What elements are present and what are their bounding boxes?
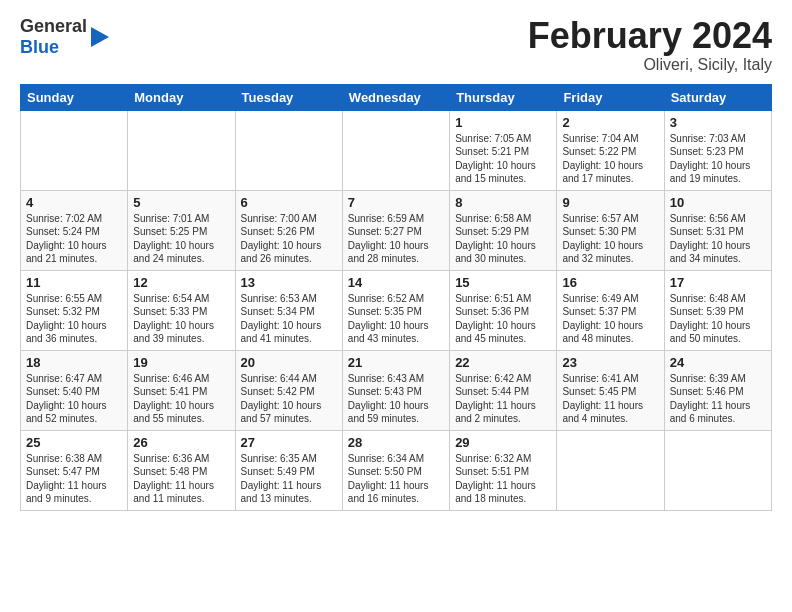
svg-marker-0 — [91, 27, 109, 47]
calendar-cell-w1-d5: 1Sunrise: 7:05 AMSunset: 5:21 PMDaylight… — [450, 110, 557, 190]
calendar-cell-w3-d7: 17Sunrise: 6:48 AMSunset: 5:39 PMDayligh… — [664, 270, 771, 350]
calendar-week-1: 1Sunrise: 7:05 AMSunset: 5:21 PMDaylight… — [21, 110, 772, 190]
day-number-w1-d5: 1 — [455, 115, 551, 130]
day-content-w2-d5: Sunrise: 6:58 AMSunset: 5:29 PMDaylight:… — [455, 212, 551, 266]
calendar-week-2: 4Sunrise: 7:02 AMSunset: 5:24 PMDaylight… — [21, 190, 772, 270]
day-number-w4-d3: 20 — [241, 355, 337, 370]
day-number-w3-d3: 13 — [241, 275, 337, 290]
calendar-cell-w4-d7: 24Sunrise: 6:39 AMSunset: 5:46 PMDayligh… — [664, 350, 771, 430]
day-number-w4-d5: 22 — [455, 355, 551, 370]
day-content-w3-d1: Sunrise: 6:55 AMSunset: 5:32 PMDaylight:… — [26, 292, 122, 346]
day-number-w2-d7: 10 — [670, 195, 766, 210]
day-content-w4-d4: Sunrise: 6:43 AMSunset: 5:43 PMDaylight:… — [348, 372, 444, 426]
calendar-cell-w4-d6: 23Sunrise: 6:41 AMSunset: 5:45 PMDayligh… — [557, 350, 664, 430]
calendar-week-3: 11Sunrise: 6:55 AMSunset: 5:32 PMDayligh… — [21, 270, 772, 350]
calendar-cell-w5-d2: 26Sunrise: 6:36 AMSunset: 5:48 PMDayligh… — [128, 430, 235, 510]
calendar-cell-w1-d6: 2Sunrise: 7:04 AMSunset: 5:22 PMDaylight… — [557, 110, 664, 190]
col-friday: Friday — [557, 84, 664, 110]
day-content-w4-d2: Sunrise: 6:46 AMSunset: 5:41 PMDaylight:… — [133, 372, 229, 426]
day-content-w2-d2: Sunrise: 7:01 AMSunset: 5:25 PMDaylight:… — [133, 212, 229, 266]
calendar-cell-w4-d4: 21Sunrise: 6:43 AMSunset: 5:43 PMDayligh… — [342, 350, 449, 430]
day-number-w5-d5: 29 — [455, 435, 551, 450]
day-number-w3-d1: 11 — [26, 275, 122, 290]
calendar-cell-w3-d3: 13Sunrise: 6:53 AMSunset: 5:34 PMDayligh… — [235, 270, 342, 350]
month-title: February 2024 — [528, 16, 772, 56]
day-number-w4-d7: 24 — [670, 355, 766, 370]
day-content-w4-d1: Sunrise: 6:47 AMSunset: 5:40 PMDaylight:… — [26, 372, 122, 426]
day-number-w3-d4: 14 — [348, 275, 444, 290]
calendar-cell-w4-d2: 19Sunrise: 6:46 AMSunset: 5:41 PMDayligh… — [128, 350, 235, 430]
day-content-w2-d7: Sunrise: 6:56 AMSunset: 5:31 PMDaylight:… — [670, 212, 766, 266]
calendar-cell-w1-d4 — [342, 110, 449, 190]
col-sunday: Sunday — [21, 84, 128, 110]
day-number-w1-d6: 2 — [562, 115, 658, 130]
day-number-w2-d5: 8 — [455, 195, 551, 210]
day-number-w2-d3: 6 — [241, 195, 337, 210]
day-number-w5-d4: 28 — [348, 435, 444, 450]
day-number-w5-d2: 26 — [133, 435, 229, 450]
day-number-w5-d1: 25 — [26, 435, 122, 450]
calendar-cell-w3-d6: 16Sunrise: 6:49 AMSunset: 5:37 PMDayligh… — [557, 270, 664, 350]
day-number-w3-d5: 15 — [455, 275, 551, 290]
calendar-cell-w2-d1: 4Sunrise: 7:02 AMSunset: 5:24 PMDaylight… — [21, 190, 128, 270]
logo-icon: General Blue — [20, 16, 109, 57]
day-content-w5-d3: Sunrise: 6:35 AMSunset: 5:49 PMDaylight:… — [241, 452, 337, 506]
calendar-cell-w3-d4: 14Sunrise: 6:52 AMSunset: 5:35 PMDayligh… — [342, 270, 449, 350]
calendar-cell-w2-d6: 9Sunrise: 6:57 AMSunset: 5:30 PMDaylight… — [557, 190, 664, 270]
day-number-w4-d2: 19 — [133, 355, 229, 370]
calendar-cell-w4-d3: 20Sunrise: 6:44 AMSunset: 5:42 PMDayligh… — [235, 350, 342, 430]
col-tuesday: Tuesday — [235, 84, 342, 110]
header: General Blue February 2024 Oliveri, Sici… — [20, 16, 772, 74]
day-number-w2-d4: 7 — [348, 195, 444, 210]
calendar-cell-w4-d5: 22Sunrise: 6:42 AMSunset: 5:44 PMDayligh… — [450, 350, 557, 430]
calendar-table: Sunday Monday Tuesday Wednesday Thursday… — [20, 84, 772, 511]
day-content-w4-d3: Sunrise: 6:44 AMSunset: 5:42 PMDaylight:… — [241, 372, 337, 426]
calendar-cell-w5-d5: 29Sunrise: 6:32 AMSunset: 5:51 PMDayligh… — [450, 430, 557, 510]
day-content-w1-d6: Sunrise: 7:04 AMSunset: 5:22 PMDaylight:… — [562, 132, 658, 186]
day-content-w5-d4: Sunrise: 6:34 AMSunset: 5:50 PMDaylight:… — [348, 452, 444, 506]
calendar-cell-w2-d5: 8Sunrise: 6:58 AMSunset: 5:29 PMDaylight… — [450, 190, 557, 270]
day-content-w2-d1: Sunrise: 7:02 AMSunset: 5:24 PMDaylight:… — [26, 212, 122, 266]
calendar-cell-w5-d4: 28Sunrise: 6:34 AMSunset: 5:50 PMDayligh… — [342, 430, 449, 510]
calendar-cell-w2-d2: 5Sunrise: 7:01 AMSunset: 5:25 PMDaylight… — [128, 190, 235, 270]
day-number-w5-d3: 27 — [241, 435, 337, 450]
day-content-w3-d2: Sunrise: 6:54 AMSunset: 5:33 PMDaylight:… — [133, 292, 229, 346]
location: Oliveri, Sicily, Italy — [528, 56, 772, 74]
day-number-w2-d6: 9 — [562, 195, 658, 210]
day-number-w4-d1: 18 — [26, 355, 122, 370]
day-content-w3-d4: Sunrise: 6:52 AMSunset: 5:35 PMDaylight:… — [348, 292, 444, 346]
day-number-w3-d6: 16 — [562, 275, 658, 290]
logo-general: General — [20, 16, 87, 37]
day-content-w2-d6: Sunrise: 6:57 AMSunset: 5:30 PMDaylight:… — [562, 212, 658, 266]
day-content-w4-d6: Sunrise: 6:41 AMSunset: 5:45 PMDaylight:… — [562, 372, 658, 426]
col-wednesday: Wednesday — [342, 84, 449, 110]
day-number-w1-d7: 3 — [670, 115, 766, 130]
day-content-w3-d3: Sunrise: 6:53 AMSunset: 5:34 PMDaylight:… — [241, 292, 337, 346]
calendar-cell-w1-d2 — [128, 110, 235, 190]
calendar-week-5: 25Sunrise: 6:38 AMSunset: 5:47 PMDayligh… — [21, 430, 772, 510]
calendar-cell-w5-d6 — [557, 430, 664, 510]
day-content-w3-d7: Sunrise: 6:48 AMSunset: 5:39 PMDaylight:… — [670, 292, 766, 346]
calendar-header-row: Sunday Monday Tuesday Wednesday Thursday… — [21, 84, 772, 110]
calendar-cell-w5-d7 — [664, 430, 771, 510]
day-number-w4-d6: 23 — [562, 355, 658, 370]
col-saturday: Saturday — [664, 84, 771, 110]
calendar-cell-w1-d1 — [21, 110, 128, 190]
logo-arrow-icon — [91, 27, 109, 47]
day-content-w2-d3: Sunrise: 7:00 AMSunset: 5:26 PMDaylight:… — [241, 212, 337, 266]
calendar-cell-w3-d1: 11Sunrise: 6:55 AMSunset: 5:32 PMDayligh… — [21, 270, 128, 350]
day-content-w5-d2: Sunrise: 6:36 AMSunset: 5:48 PMDaylight:… — [133, 452, 229, 506]
day-number-w3-d7: 17 — [670, 275, 766, 290]
calendar-cell-w3-d2: 12Sunrise: 6:54 AMSunset: 5:33 PMDayligh… — [128, 270, 235, 350]
day-number-w4-d4: 21 — [348, 355, 444, 370]
logo: General Blue — [20, 16, 109, 57]
day-content-w3-d5: Sunrise: 6:51 AMSunset: 5:36 PMDaylight:… — [455, 292, 551, 346]
calendar-cell-w2-d4: 7Sunrise: 6:59 AMSunset: 5:27 PMDaylight… — [342, 190, 449, 270]
day-number-w3-d2: 12 — [133, 275, 229, 290]
day-content-w5-d5: Sunrise: 6:32 AMSunset: 5:51 PMDaylight:… — [455, 452, 551, 506]
day-content-w4-d7: Sunrise: 6:39 AMSunset: 5:46 PMDaylight:… — [670, 372, 766, 426]
day-content-w1-d7: Sunrise: 7:03 AMSunset: 5:23 PMDaylight:… — [670, 132, 766, 186]
calendar-week-4: 18Sunrise: 6:47 AMSunset: 5:40 PMDayligh… — [21, 350, 772, 430]
calendar-cell-w4-d1: 18Sunrise: 6:47 AMSunset: 5:40 PMDayligh… — [21, 350, 128, 430]
col-monday: Monday — [128, 84, 235, 110]
